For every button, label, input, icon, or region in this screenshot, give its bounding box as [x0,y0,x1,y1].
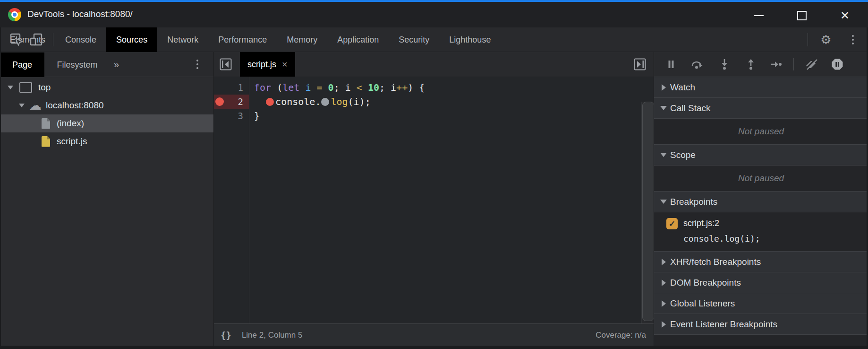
show-debugger-icon[interactable] [634,58,646,70]
code-token: } [254,110,260,122]
line-number[interactable]: 1 [214,80,249,95]
tab-network[interactable]: Network [157,27,208,52]
file-tree: top ☁ localhost:8080 (index) script.js [0,79,213,150]
code-token: 10 [368,82,379,93]
scrollbar-thumb[interactable] [642,102,654,321]
inline-breakpoint-icon[interactable] [266,98,274,106]
hide-navigator-icon[interactable] [220,58,232,70]
tab-elements[interactable]: Elements [0,27,55,52]
more-tabs-icon[interactable]: » [110,52,123,77]
gutter-lines: 123 [214,77,249,323]
chevron-expanded-icon [660,153,667,157]
debugger-toolbar [654,52,868,77]
step-icon[interactable] [770,58,782,70]
tab-lighthouse[interactable]: Lighthouse [439,27,501,52]
tab-filesystem[interactable]: Filesystem [47,52,108,77]
inline-breakpoint-candidate-icon[interactable] [321,98,329,106]
tab-performance[interactable]: Performance [208,27,277,52]
panel-tabs: Elements Console Sources Network Perform… [0,27,868,52]
line-number[interactable]: 3 [214,109,249,123]
breakpoint-line-number[interactable]: 2 [214,95,249,109]
editor-tab-script[interactable]: script.js × [240,52,295,77]
section-watch[interactable]: Watch [654,77,868,98]
section-dom-breakpoints[interactable]: DOM Breakpoints [654,272,868,293]
section-breakpoints[interactable]: Breakpoints [654,192,868,212]
tab-security[interactable]: Security [389,27,439,52]
code-token [323,82,328,93]
code-token: (i); [348,96,371,107]
maximize-icon [797,11,807,20]
code-line[interactable]: for (let i = 0; i < 10; i++) { [254,80,641,95]
section-label: Global Listeners [670,298,735,309]
tab-sources[interactable]: Sources [106,27,157,52]
device-toolbar-icon[interactable] [29,33,43,47]
editor-tab-label: script.js [247,60,276,70]
editor-scrollbar[interactable] [641,102,654,323]
cloud-icon: ☁ [29,101,42,110]
code-token [362,82,368,93]
chevron-expanded-icon [660,106,667,110]
tree-item-localhost[interactable]: ☁ localhost:8080 [0,96,213,114]
step-into-icon[interactable] [718,58,731,70]
navigator-menu-icon[interactable] [193,57,202,71]
tree-item-script[interactable]: script.js [0,132,213,150]
tab-application[interactable]: Application [327,27,389,52]
inspect-element-icon[interactable] [9,33,24,47]
code-token: ; i [379,82,396,93]
navigator-panel: Page Filesystem » top ☁ localhost:8080 (… [0,52,214,349]
tab-memory[interactable]: Memory [277,27,327,52]
section-scope[interactable]: Scope [654,145,868,166]
step-out-icon[interactable] [745,58,757,70]
section-global-listeners[interactable]: Global Listeners [654,293,868,314]
window-edge-bottom [0,346,868,349]
coverage-status: Coverage: n/a [596,331,646,340]
section-event-listener-breakpoints[interactable]: Event Listener Breakpoints [654,314,868,335]
tree-label: localhost:8080 [46,100,104,111]
tab-page[interactable]: Page [0,52,44,77]
section-label: Breakpoints [670,197,717,207]
not-paused-message: Not paused [738,126,784,137]
code-token: let [282,82,299,93]
settings-gear-icon[interactable]: ⚙ [819,33,833,47]
code-token [299,82,305,93]
section-xhr-breakpoints[interactable]: XHR/fetch Breakpoints [654,252,868,272]
tree-item-index[interactable]: (index) [0,114,213,132]
code-token: ) { [408,82,425,93]
tree-item-top[interactable]: top [0,79,213,96]
code-line[interactable]: console.log(i); [254,95,641,109]
tree-label: top [38,82,51,93]
step-over-icon[interactable] [690,58,703,70]
chevron-expanded-icon [8,86,13,89]
pause-on-exceptions-icon[interactable] [831,58,843,70]
close-tab-icon[interactable]: × [282,59,288,70]
tab-console[interactable]: Console [55,27,106,52]
code-line[interactable]: } [254,109,641,123]
chrome-logo-icon [8,8,21,21]
cursor-position: Line 2, Column 5 [242,331,303,340]
breakpoint-checkbox[interactable]: ✓ [666,218,678,229]
code-token: console. [275,96,321,107]
section-label: Watch [670,82,695,93]
minimize-icon [754,15,764,16]
script-document-icon [42,136,50,147]
maximize-button[interactable] [791,4,813,27]
code-editor[interactable]: 123 for (let i = 0; i < 10; i++) { conso… [214,77,654,323]
breakpoint-entry[interactable]: ✓ script.js:2 console.log(i); [654,212,868,252]
close-button[interactable]: ✕ [834,4,856,27]
toolbar-separator-right [808,33,808,46]
tree-label: script.js [57,136,87,147]
call-stack-body: Not paused [654,119,868,145]
main-menu-icon[interactable] [848,33,858,47]
navigator-tabstrip: Page Filesystem » [0,52,213,77]
pretty-print-icon[interactable]: {} [221,330,231,340]
pause-script-icon[interactable] [665,58,677,70]
chevron-collapsed-icon [660,259,667,265]
chevron-expanded-icon [19,104,25,107]
code-lines: for (let i = 0; i < 10; i++) { console.l… [254,77,641,123]
debugger-sections: Watch Call Stack Not paused Scope Not pa… [654,77,868,335]
section-call-stack[interactable]: Call Stack [654,98,868,119]
editor-tabstrip: script.js × [214,52,654,77]
close-icon: ✕ [840,11,850,20]
minimize-button[interactable] [748,4,770,27]
deactivate-breakpoints-icon[interactable] [804,58,818,70]
